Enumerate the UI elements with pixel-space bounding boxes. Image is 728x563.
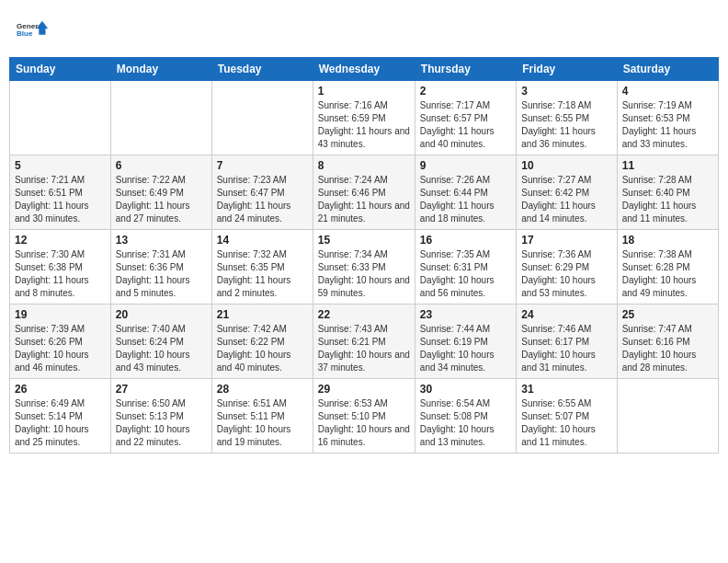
calendar-cell: 19Sunrise: 7:39 AM Sunset: 6:26 PM Dayli… (10, 304, 111, 379)
calendar-cell: 30Sunrise: 6:54 AM Sunset: 5:08 PM Dayli… (415, 379, 516, 454)
day-info: Sunrise: 7:39 AM Sunset: 6:26 PM Dayligh… (15, 323, 106, 374)
day-number: 19 (15, 308, 106, 321)
day-info: Sunrise: 7:19 AM Sunset: 6:53 PM Dayligh… (622, 99, 713, 151)
day-info: Sunrise: 7:16 AM Sunset: 6:59 PM Dayligh… (318, 99, 410, 151)
calendar-week-1: 1Sunrise: 7:16 AM Sunset: 6:59 PM Daylig… (10, 81, 719, 155)
day-number: 6 (116, 159, 207, 172)
day-number: 1 (318, 85, 410, 98)
day-info: Sunrise: 7:17 AM Sunset: 6:57 PM Dayligh… (420, 99, 511, 151)
calendar-cell: 24Sunrise: 7:46 AM Sunset: 6:17 PM Dayli… (517, 304, 617, 379)
day-info: Sunrise: 7:44 AM Sunset: 6:19 PM Dayligh… (420, 323, 511, 374)
day-info: Sunrise: 6:55 AM Sunset: 5:07 PM Dayligh… (521, 397, 611, 449)
day-info: Sunrise: 6:53 AM Sunset: 5:10 PM Dayligh… (318, 397, 410, 449)
calendar-cell: 12Sunrise: 7:30 AM Sunset: 6:38 PM Dayli… (10, 230, 111, 304)
calendar-cell: 16Sunrise: 7:35 AM Sunset: 6:31 PM Dayli… (415, 230, 516, 304)
day-info: Sunrise: 6:54 AM Sunset: 5:08 PM Dayligh… (420, 397, 511, 449)
day-number: 7 (217, 159, 308, 172)
day-number: 22 (318, 308, 410, 321)
day-number: 4 (622, 85, 713, 98)
calendar-cell: 15Sunrise: 7:34 AM Sunset: 6:33 PM Dayli… (313, 230, 415, 304)
day-number: 16 (420, 234, 511, 247)
day-number: 26 (15, 383, 106, 396)
calendar-cell: 5Sunrise: 7:21 AM Sunset: 6:51 PM Daylig… (10, 155, 111, 230)
calendar-cell (211, 81, 313, 155)
column-header-thursday: Thursday (415, 58, 516, 81)
calendar-week-3: 12Sunrise: 7:30 AM Sunset: 6:38 PM Dayli… (10, 230, 719, 304)
day-info: Sunrise: 7:26 AM Sunset: 6:44 PM Dayligh… (420, 174, 511, 225)
day-number: 18 (622, 234, 713, 247)
day-info: Sunrise: 7:30 AM Sunset: 6:38 PM Dayligh… (15, 248, 106, 300)
calendar-cell (617, 379, 718, 454)
day-info: Sunrise: 7:18 AM Sunset: 6:55 PM Dayligh… (521, 99, 611, 151)
day-info: Sunrise: 7:35 AM Sunset: 6:31 PM Dayligh… (420, 248, 511, 300)
calendar-cell: 26Sunrise: 6:49 AM Sunset: 5:14 PM Dayli… (10, 379, 111, 454)
day-info: Sunrise: 7:32 AM Sunset: 6:35 PM Dayligh… (217, 248, 308, 300)
day-number: 31 (521, 383, 611, 396)
day-number: 27 (116, 383, 207, 396)
day-number: 25 (622, 308, 713, 321)
day-info: Sunrise: 7:43 AM Sunset: 6:21 PM Dayligh… (318, 323, 410, 374)
day-info: Sunrise: 7:47 AM Sunset: 6:16 PM Dayligh… (622, 323, 713, 374)
day-number: 9 (420, 159, 511, 172)
calendar-cell: 20Sunrise: 7:40 AM Sunset: 6:24 PM Dayli… (110, 304, 211, 379)
calendar-table: SundayMondayTuesdayWednesdayThursdayFrid… (9, 57, 719, 454)
day-info: Sunrise: 6:50 AM Sunset: 5:13 PM Dayligh… (116, 397, 207, 449)
svg-text:Blue: Blue (17, 29, 33, 38)
logo: GeneralBlue (17, 13, 53, 46)
calendar-cell: 9Sunrise: 7:26 AM Sunset: 6:44 PM Daylig… (415, 155, 516, 230)
calendar-cell (110, 81, 211, 155)
calendar-cell: 2Sunrise: 7:17 AM Sunset: 6:57 PM Daylig… (415, 81, 516, 155)
day-number: 13 (116, 234, 207, 247)
calendar-week-5: 26Sunrise: 6:49 AM Sunset: 5:14 PM Dayli… (10, 379, 719, 454)
day-info: Sunrise: 7:36 AM Sunset: 6:29 PM Dayligh… (521, 248, 611, 300)
day-number: 5 (15, 159, 106, 172)
day-number: 29 (318, 383, 410, 396)
day-number: 20 (116, 308, 207, 321)
calendar-cell: 29Sunrise: 6:53 AM Sunset: 5:10 PM Dayli… (313, 379, 415, 454)
calendar-cell: 21Sunrise: 7:42 AM Sunset: 6:22 PM Dayli… (211, 304, 313, 379)
calendar-cell: 8Sunrise: 7:24 AM Sunset: 6:46 PM Daylig… (313, 155, 415, 230)
day-info: Sunrise: 7:42 AM Sunset: 6:22 PM Dayligh… (217, 323, 308, 374)
day-number: 24 (521, 308, 611, 321)
calendar-header-row: SundayMondayTuesdayWednesdayThursdayFrid… (10, 58, 719, 81)
day-info: Sunrise: 6:51 AM Sunset: 5:11 PM Dayligh… (217, 397, 308, 449)
day-number: 21 (217, 308, 308, 321)
calendar-cell: 25Sunrise: 7:47 AM Sunset: 6:16 PM Dayli… (617, 304, 718, 379)
day-info: Sunrise: 7:21 AM Sunset: 6:51 PM Dayligh… (15, 174, 106, 225)
day-info: Sunrise: 7:22 AM Sunset: 6:49 PM Dayligh… (116, 174, 207, 225)
day-info: Sunrise: 7:38 AM Sunset: 6:28 PM Dayligh… (622, 248, 713, 300)
day-info: Sunrise: 7:28 AM Sunset: 6:40 PM Dayligh… (622, 174, 713, 225)
calendar-cell: 4Sunrise: 7:19 AM Sunset: 6:53 PM Daylig… (617, 81, 718, 155)
calendar-cell: 14Sunrise: 7:32 AM Sunset: 6:35 PM Dayli… (211, 230, 313, 304)
column-header-friday: Friday (517, 58, 617, 81)
column-header-saturday: Saturday (617, 58, 718, 81)
day-number: 11 (622, 159, 713, 172)
calendar-cell: 27Sunrise: 6:50 AM Sunset: 5:13 PM Dayli… (110, 379, 211, 454)
column-header-monday: Monday (110, 58, 211, 81)
column-header-wednesday: Wednesday (313, 58, 415, 81)
calendar-cell: 22Sunrise: 7:43 AM Sunset: 6:21 PM Dayli… (313, 304, 415, 379)
calendar-cell: 1Sunrise: 7:16 AM Sunset: 6:59 PM Daylig… (313, 81, 415, 155)
calendar-cell: 28Sunrise: 6:51 AM Sunset: 5:11 PM Dayli… (211, 379, 313, 454)
day-info: Sunrise: 6:49 AM Sunset: 5:14 PM Dayligh… (15, 397, 106, 449)
day-info: Sunrise: 7:46 AM Sunset: 6:17 PM Dayligh… (521, 323, 611, 374)
calendar-week-4: 19Sunrise: 7:39 AM Sunset: 6:26 PM Dayli… (10, 304, 719, 379)
day-number: 12 (15, 234, 106, 247)
day-number: 10 (521, 159, 611, 172)
calendar-cell: 11Sunrise: 7:28 AM Sunset: 6:40 PM Dayli… (617, 155, 718, 230)
calendar-cell: 10Sunrise: 7:27 AM Sunset: 6:42 PM Dayli… (517, 155, 617, 230)
calendar-cell: 6Sunrise: 7:22 AM Sunset: 6:49 PM Daylig… (110, 155, 211, 230)
calendar-week-2: 5Sunrise: 7:21 AM Sunset: 6:51 PM Daylig… (10, 155, 719, 230)
day-number: 3 (521, 85, 611, 98)
page-header: GeneralBlue (9, 9, 719, 50)
day-number: 23 (420, 308, 511, 321)
calendar-cell: 18Sunrise: 7:38 AM Sunset: 6:28 PM Dayli… (617, 230, 718, 304)
calendar-cell: 17Sunrise: 7:36 AM Sunset: 6:29 PM Dayli… (517, 230, 617, 304)
column-header-sunday: Sunday (10, 58, 111, 81)
calendar-cell: 13Sunrise: 7:31 AM Sunset: 6:36 PM Dayli… (110, 230, 211, 304)
calendar-cell: 7Sunrise: 7:23 AM Sunset: 6:47 PM Daylig… (211, 155, 313, 230)
logo-icon: GeneralBlue (17, 13, 50, 46)
calendar-cell: 23Sunrise: 7:44 AM Sunset: 6:19 PM Dayli… (415, 304, 516, 379)
calendar-cell (10, 81, 111, 155)
day-number: 15 (318, 234, 410, 247)
